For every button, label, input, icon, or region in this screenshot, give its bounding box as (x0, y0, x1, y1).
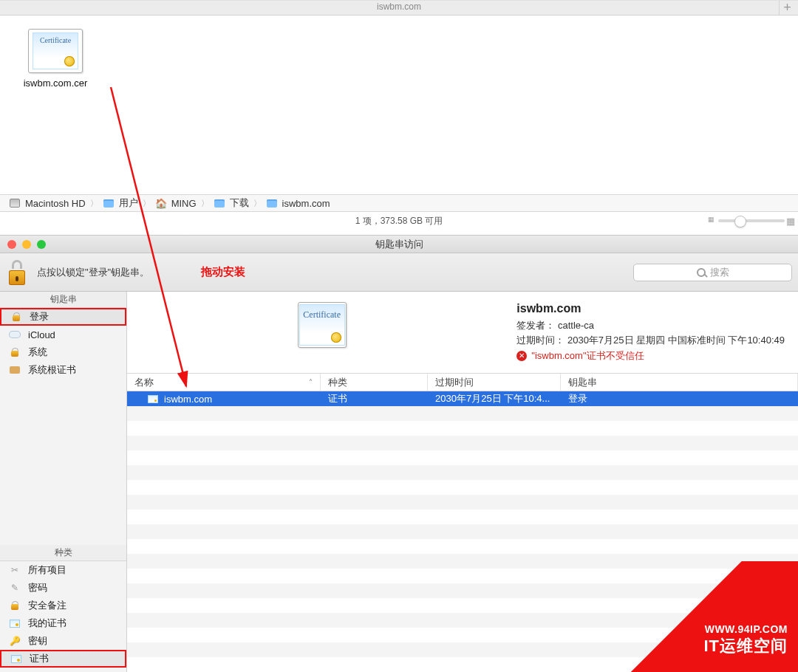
table-row-empty (127, 657, 798, 672)
finder-content[interactable]: Certificate iswbm.com.cer (0, 16, 798, 194)
issuer-label: 签发者： (516, 320, 555, 331)
sidebar-category-5[interactable]: 证书 (0, 650, 126, 668)
folder-icon (10, 366, 20, 374)
file-label: iswbm.com.cer (15, 78, 96, 89)
trust-warning: ✕ "iswbm.com"证书不受信任 (516, 349, 785, 363)
sidebar-item-label: iCloud (28, 329, 55, 340)
certificate-file-icon: Certificate (28, 29, 83, 73)
key-icon: 🔑 (9, 635, 21, 647)
cloud-icon (9, 331, 21, 338)
path-users[interactable]: 用户 (103, 196, 138, 210)
finder-tabbar: iswbm.com + (0, 1, 798, 16)
finder-tab-title[interactable]: iswbm.com (377, 1, 421, 12)
sidebar-header-keychains: 钥匙串 (0, 292, 126, 308)
table-row-empty (127, 554, 798, 569)
sidebar-item-label: 系统根证书 (28, 363, 76, 377)
minimize-button[interactable] (22, 240, 31, 249)
path-downloads[interactable]: 下载 (214, 196, 249, 210)
sidebar-keychain-3[interactable]: 系统根证书 (0, 361, 126, 379)
cell-expiry: 2030年7月25日 下午10:4... (428, 392, 561, 405)
sidebar-keychain-2[interactable]: 系统 (0, 343, 126, 361)
search-input[interactable]: 搜索 (633, 264, 792, 281)
chevron-right-icon: 〉 (90, 198, 98, 209)
table-row-empty (127, 539, 798, 554)
sidebar-category-1[interactable]: ✎密码 (0, 579, 126, 597)
table-row-empty (127, 569, 798, 583)
password-icon: ✎ (9, 582, 21, 594)
sidebar-keychain-1[interactable]: iCloud (0, 326, 126, 343)
table-row-empty (127, 495, 798, 510)
window-controls (0, 240, 46, 249)
col-expiry[interactable]: 过期时间 (428, 374, 561, 391)
lock-button[interactable] (7, 260, 28, 285)
sidebar-item-label: 登录 (30, 310, 49, 323)
grid-small-icon: ▦ (708, 216, 715, 223)
table-row-empty (127, 583, 798, 598)
keychain-sidebar: 钥匙串 登录iCloud系统系统根证书 种类 ✂所有项目✎密码安全备注我的证书🔑… (0, 292, 127, 672)
table-row-empty (127, 465, 798, 480)
certificates-table: 名称˄ 种类 过期时间 钥匙串 iswbm.com证书2030年7月25日 下午… (127, 374, 798, 672)
lock-icon (13, 312, 20, 321)
expiry-value: 2030年7月25日 星期四 中国标准时间 下午10:40:49 (567, 335, 785, 346)
search-placeholder: 搜索 (710, 266, 729, 279)
col-name[interactable]: 名称˄ (127, 374, 321, 391)
issuer-value: cattle-ca (558, 320, 594, 331)
cell-name: iswbm.com (164, 394, 212, 405)
keychain-main: Certificate iswbm.com 签发者： cattle-ca 过期时… (127, 292, 798, 672)
table-row-empty (127, 598, 798, 613)
col-keychain[interactable]: 钥匙串 (561, 374, 798, 391)
status-text: 1 项，373.58 GB 可用 (355, 215, 443, 227)
cell-keychain: 登录 (561, 392, 798, 405)
sidebar-header-categories: 种类 (0, 545, 126, 561)
file-item-cer[interactable]: Certificate iswbm.com.cer (15, 29, 96, 89)
new-tab-button[interactable]: + (779, 1, 795, 16)
keychain-titlebar[interactable]: 钥匙串访问 (0, 236, 798, 253)
keychain-toolbar: 点按以锁定"登录"钥匙串。 拖动安装 搜索 (0, 253, 798, 292)
path-current[interactable]: iswbm.com (266, 197, 330, 209)
chevron-right-icon: 〉 (201, 198, 209, 209)
table-row-empty (127, 524, 798, 539)
sidebar-category-0[interactable]: ✂所有项目 (0, 561, 126, 579)
sidebar-keychain-0[interactable]: 登录 (0, 308, 126, 326)
all-items-icon: ✂ (9, 564, 21, 576)
table-body: iswbm.com证书2030年7月25日 下午10:4...登录 (127, 391, 798, 672)
col-kind[interactable]: 种类 (321, 374, 428, 391)
cell-kind: 证书 (321, 392, 428, 405)
icon-size-slider[interactable]: ▦ ▦ (718, 219, 785, 222)
cert-name: iswbm.com (516, 302, 785, 315)
sort-asc-icon: ˄ (309, 378, 313, 386)
path-home[interactable]: 🏠MING (155, 197, 197, 209)
sidebar-item-label: 我的证书 (28, 617, 66, 630)
close-button[interactable] (7, 240, 16, 249)
finder-pathbar[interactable]: Macintosh HD 〉 用户 〉 🏠MING 〉 下载 〉 iswbm.c… (0, 194, 798, 212)
sidebar-category-4[interactable]: 🔑密钥 (0, 632, 126, 650)
lock-hint: 点按以锁定"登录"钥匙串。 (37, 266, 149, 279)
sidebar-item-label: 密钥 (28, 634, 47, 648)
certificate-icon (148, 395, 158, 403)
home-icon: 🏠 (155, 197, 167, 209)
folder-icon (214, 199, 225, 208)
table-row-empty (127, 421, 798, 436)
certificate-icon (11, 655, 21, 663)
table-row-empty (127, 480, 798, 495)
table-row-empty (127, 642, 798, 657)
certificate-icon-label: Certificate (40, 36, 71, 44)
path-disk[interactable]: Macintosh HD (9, 197, 86, 209)
sidebar-item-label: 证书 (30, 652, 49, 665)
zoom-button[interactable] (37, 240, 46, 249)
sidebar-item-label: 系统 (28, 346, 47, 359)
drag-annotation: 拖动安装 (201, 265, 245, 279)
search-icon (697, 268, 706, 277)
table-row-empty (127, 613, 798, 628)
sidebar-item-label: 安全备注 (28, 599, 66, 612)
sidebar-category-3[interactable]: 我的证书 (0, 614, 126, 632)
table-row[interactable]: iswbm.com证书2030年7月25日 下午10:4...登录 (127, 391, 798, 406)
folder-icon (103, 199, 114, 208)
expiry-label: 过期时间： (516, 335, 565, 346)
table-row-empty (127, 450, 798, 465)
table-row-empty (127, 510, 798, 524)
window-title: 钥匙串访问 (375, 238, 423, 251)
finder-statusbar: 1 项，373.58 GB 可用 ▦ ▦ (0, 212, 798, 230)
sidebar-item-label: 密码 (28, 581, 47, 594)
sidebar-category-2[interactable]: 安全备注 (0, 597, 126, 614)
